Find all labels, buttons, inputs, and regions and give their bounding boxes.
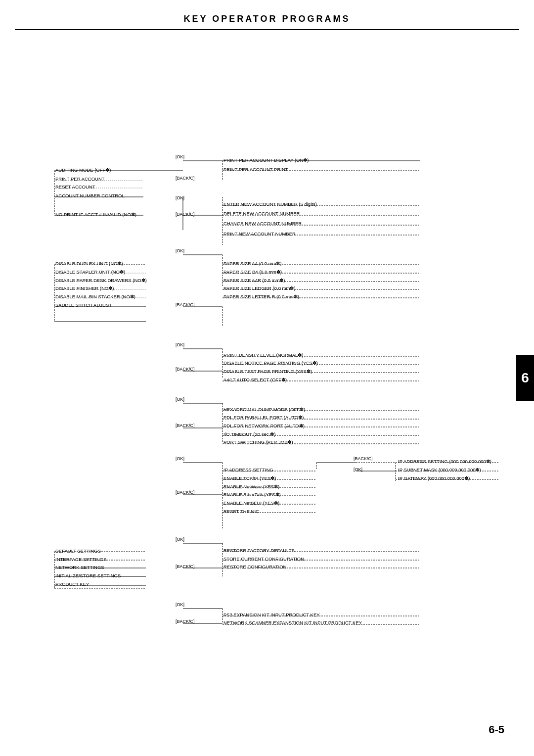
s6-item5: PRODUCT KEY	[55, 581, 89, 587]
s2-r5: PAPER SIZE LETTER-R (0.0 mm✽)	[223, 294, 299, 299]
s1-item1: AUDITING MODE (OFF✽)	[55, 167, 111, 173]
s7-r2: NETWORK SCANNER EXPANSTION KIT INPUT PRO…	[223, 620, 362, 625]
s5-r2: IP SUBNET MASK (000.000.000.000✽)	[398, 467, 481, 472]
s1-item2: PRINT PER ACCOUNT	[55, 176, 105, 182]
ok-label-s7: [OK]	[176, 602, 184, 607]
backc-label-s7: [BACK/C]	[176, 619, 195, 624]
s4-r3: PDL FOR NETWORK PORT (AUTO✽)	[223, 423, 305, 428]
s1-r3: ENTER NEW ACCOUNT NUMBER (5 digits)	[223, 201, 317, 207]
s6-item2: INTERFACE SETTINGS	[55, 557, 106, 562]
s4-r4: I/O TIMEOUT (20 sec.✽)	[223, 431, 275, 437]
s1-r2: PRINT PER ACCOUNT PRINT	[223, 167, 288, 172]
s4-r5: PORT SWITCHING (PER JOB✽)	[223, 439, 293, 445]
s1-r4: DELETE NEW ACCOUNT NUMBER	[223, 211, 300, 216]
s1-r6: PRINT NEW ACCOUNT NUMBER	[223, 231, 296, 236]
s2-item6: SADDLE STITCH ADJUST	[55, 302, 112, 308]
ok-label-s5b: [OK]	[354, 467, 362, 472]
s5-m1: IP ADDRESS SETTING	[223, 467, 273, 472]
s5-m3: ENABLE NetWare (YES✽)	[223, 484, 279, 489]
ok-label-s3: [OK]	[176, 342, 184, 347]
backc-label-s1a: [BACK/C]	[176, 176, 195, 181]
s3-r1: PRINT DENSITY LEVEL (NORMAL✽)	[223, 352, 303, 358]
s3-r2: DISABLE NOTICE PAGE PRINTING (YES✽)	[223, 360, 318, 366]
s1-item3: RESET ACCOUNT	[55, 184, 95, 189]
s6-r1: RESTORE FACTORY DEFAULTS	[223, 548, 295, 553]
ok-label-s1: [OK]	[176, 154, 184, 159]
s1-item4: ACCOUNT NUMBER CONTROL	[55, 193, 125, 198]
s5-m4: ENABLE EtherTalk (YES✽)	[223, 492, 281, 497]
s6-item4: INITIALIZE/STORE SETTINGS	[55, 573, 121, 578]
s7-r1: PS3 EXPANSION KIT INPUT PRODUCT KEY	[223, 612, 320, 617]
ok-label-s2: [OK]	[176, 248, 184, 253]
s2-r2: PAPER SIZE B4 (0.0 mm✽)	[223, 269, 282, 275]
backc-label-s6: [BACK/C]	[176, 564, 195, 569]
s3-r3: DISABLE TEST PAGE PRINTING (YES✽)	[223, 369, 312, 374]
s5-m2: ENABLE TCP/IP (YES✽)	[223, 475, 276, 481]
ok-label-s1b: [OK]	[176, 195, 184, 200]
s2-item2: DISABLE STAPLER UNIT (NO✽)	[55, 269, 125, 275]
s5-r3: IP GATEWAY (000.000.000.000✽)	[398, 475, 470, 481]
s5-m6: RESET THE NIC	[223, 509, 259, 514]
s1-r1: PRINT PER ACCOUNT DISPLAY (ON✽)	[223, 157, 309, 163]
ok-label-s6: [OK]	[176, 537, 184, 542]
s6-r3: RESTORE CONFIGURATION	[223, 564, 286, 569]
ok-label-s4: [OK]	[176, 397, 184, 402]
backc-label-s5: [BACK/C]	[176, 490, 195, 495]
backc-label-s1b: [BACK/C]	[176, 212, 195, 217]
s5-r1: IP ADDRESS SETTING (000.000.000.000✽)	[398, 459, 491, 464]
s2-r3: PAPER SIZE A4R (0.0 mm✽)	[223, 278, 285, 283]
s2-item4: DISABLE FINISHER (NO✽)	[55, 285, 114, 291]
backc-label-s2: [BACK/C]	[176, 302, 195, 307]
s6-r2: STORE CURRENT CONFIGURATION	[223, 556, 304, 562]
s5-m5: ENABLE NetBEUI (YES✽)	[223, 500, 279, 506]
s1-r5: CHANGE NEW ACCOUNT NUMBER	[223, 221, 302, 226]
ok-label-s5: [OK]	[176, 456, 184, 461]
s2-r4: PAPER SIZE LEDGER (0.0 mm✽)	[223, 285, 296, 291]
s4-r1: HEXADECIMAL DUMP MODE (OFF✽)	[223, 407, 305, 412]
s2-item1: DISABLE DUPLEX UNIT (NO✽)	[55, 261, 123, 266]
s1-item5: NO PRINT IF ACC'T # INVALID (NO✽)	[55, 212, 136, 217]
s6-item1: DEFAULT SETTINGS	[55, 548, 101, 554]
backc-label-s4: [BACK/C]	[176, 423, 195, 428]
page-title: KEY OPERATOR PROGRAMS	[15, 0, 519, 30]
backc-label-s5b: [BACK/C]	[354, 456, 373, 461]
s4-r2: PDL FOR PARALLEL PORT (AUTO✽)	[223, 415, 304, 420]
s2-r1: PAPER SIZE A4 (0.0 mm✽)	[223, 261, 282, 266]
s2-item5: DISABLE MAIL-BIN STACKER (NO✽)	[55, 294, 135, 299]
s6-item3: NETWORK SETTINGS	[55, 565, 104, 570]
backc-label-s3: [BACK/C]	[176, 367, 195, 372]
s2-item3: DISABLE PAPER DESK DRAWERS (NO✽)	[55, 278, 147, 283]
s3-r4: A4/LT AUTO SELECT (OFF✽)	[223, 377, 287, 382]
